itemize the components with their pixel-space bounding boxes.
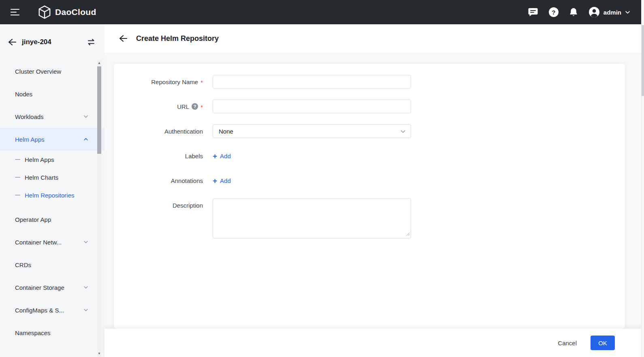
swap-arrows-icon [87,38,96,46]
scrollbar-thumb[interactable] [97,66,101,154]
helm-apps-submenu: Helm Apps Helm Charts Helm Repositories [0,151,104,204]
form-card: Repository Name * URL ? * Authentica [114,64,625,329]
cluster-name: jinye-204 [22,38,87,46]
label-text: URL [177,103,189,110]
sidebar-item-helm-apps[interactable]: Helm Apps [0,128,104,151]
sidebar-item-operator-app[interactable]: Operator App [0,208,104,231]
required-asterisk: * [200,104,203,110]
sidebar-subitem-helm-apps[interactable]: Helm Apps [0,151,104,168]
label-text: Annotations [171,177,203,184]
sidebar-subitem-label: Helm Apps [25,156,54,163]
add-label-button[interactable]: + Add [213,149,231,163]
label-text: Labels [185,153,203,159]
notifications-button[interactable] [569,7,578,17]
arrow-left-icon [118,34,127,43]
sidebar-item-label: Helm Apps [15,136,83,143]
url-label: URL ? * [114,100,203,113]
page-title: Create Helm Repository [136,34,219,43]
form-row-description: Description [114,198,625,240]
sidebar-item-label: Container Netw... [15,239,83,246]
hamburger-icon [11,9,19,10]
chevron-down-icon [625,10,630,15]
sidebar-item-label: Operator App [15,216,88,223]
user-menu[interactable]: admin [589,6,630,18]
form-row-repository-name: Repository Name * [114,75,625,89]
plus-icon: + [213,177,217,185]
brand[interactable]: DaoCloud [38,5,96,19]
messages-button[interactable] [528,7,538,17]
page-scrollbar-thumb[interactable] [642,25,644,96]
sidebar-item-namespaces[interactable]: Namespaces [0,321,104,344]
help-button[interactable]: ? [549,7,559,17]
chevron-down-icon [83,308,88,312]
sidebar-item-label: ConfigMaps & S... [15,307,83,314]
chevron-down-icon [83,114,88,119]
sidebar-item-label: Workloads [15,113,83,120]
plus-icon: + [213,152,217,160]
chevron-down-icon [83,240,88,244]
sidebar-item-label: Nodes [15,91,88,98]
authentication-label: Authentication [114,124,203,138]
bell-icon [569,7,578,17]
sidebar-subitem-label: Helm Charts [25,174,58,181]
description-textarea[interactable] [213,198,411,238]
form-row-url: URL ? * [114,100,625,113]
sidebar-subitem-label: Helm Repositories [25,192,75,199]
sidebar-scrollbar[interactable]: ▲ ▼ [97,60,101,357]
question-circle-icon[interactable]: ? [192,103,198,110]
sidebar-item-workloads[interactable]: Workloads [0,105,104,128]
ok-button[interactable]: OK [591,336,615,350]
url-input[interactable] [213,100,411,113]
sidebar-header: jinye-204 [0,24,104,60]
scroll-down-icon[interactable]: ▼ [97,351,101,356]
form-row-annotations: Annotations + Add [114,174,625,187]
page-scrollbar[interactable] [641,0,644,357]
sidebar-subitem-helm-charts[interactable]: Helm Charts [0,168,104,186]
sidebar-nav: Cluster Overview Nodes Workloads Helm Ap… [0,60,104,344]
scroll-up-icon[interactable]: ▲ [97,61,101,66]
sidebar-item-label: Namespaces [15,329,88,336]
add-button-text: Add [220,177,231,184]
add-button-text: Add [220,153,231,159]
form-row-authentication: Authentication None [114,124,625,138]
authentication-select[interactable]: None [213,124,411,138]
sidebar-item-configmaps-secrets[interactable]: ConfigMaps & S... [0,299,104,321]
sidebar-subitem-helm-repositories[interactable]: Helm Repositories [0,186,104,204]
chat-icon [528,7,538,17]
chevron-up-icon [83,137,88,142]
sidebar-item-crds[interactable]: CRDs [0,253,104,276]
label-text: Repository Name [151,79,198,85]
page-back-button[interactable] [118,34,127,43]
required-asterisk: * [200,79,203,86]
help-icon: ? [549,7,559,17]
switch-cluster-button[interactable] [87,38,96,46]
back-button[interactable] [7,38,16,47]
sidebar-item-container-storage[interactable]: Container Storage [0,276,104,299]
menu-toggle-button[interactable] [9,5,21,19]
sidebar-item-nodes[interactable]: Nodes [0,83,104,105]
sidebar-item-container-network[interactable]: Container Netw... [0,231,104,253]
sidebar: jinye-204 Cluster Overview Nodes Workloa… [0,24,104,357]
dash-icon [15,159,20,160]
label-text: Authentication [164,128,203,135]
page-header: Create Helm Repository [104,24,644,53]
cancel-button[interactable]: Cancel [558,340,577,346]
sidebar-item-label: CRDs [15,261,88,268]
add-annotation-button[interactable]: + Add [213,174,231,187]
sidebar-item-label: Container Storage [15,284,83,291]
chevron-down-icon [400,129,406,134]
repository-name-input[interactable] [213,75,411,89]
topbar: DaoCloud ? [0,0,644,24]
label-text: Description [173,202,203,209]
footer-bar: Cancel OK [104,329,644,357]
avatar [589,6,600,18]
repository-name-label: Repository Name * [114,75,203,89]
labels-label: Labels [114,149,203,163]
sidebar-item-label: Cluster Overview [15,68,88,75]
user-name: admin [603,9,621,16]
chevron-down-icon [83,285,88,290]
content-area: Repository Name * URL ? * Authentica [104,53,644,329]
arrow-left-icon [7,38,16,47]
sidebar-item-cluster-overview[interactable]: Cluster Overview [0,60,104,83]
dash-icon [15,177,20,178]
